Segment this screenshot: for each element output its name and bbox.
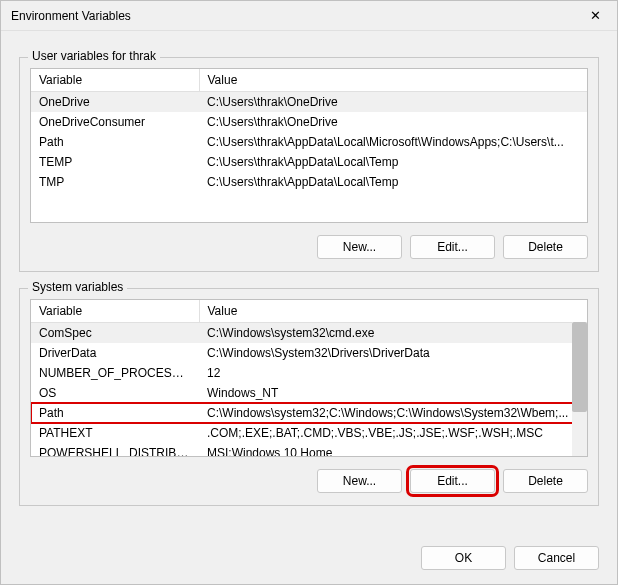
- cell-value: C:\Users\thrak\OneDrive: [199, 112, 587, 132]
- table-row[interactable]: NUMBER_OF_PROCESSORS 12: [31, 363, 587, 383]
- table-row[interactable]: OneDrive C:\Users\thrak\OneDrive: [31, 92, 587, 113]
- cell-variable: ComSpec: [31, 323, 199, 344]
- table-row[interactable]: ComSpec C:\Windows\system32\cmd.exe: [31, 323, 587, 344]
- close-icon: ✕: [590, 8, 601, 23]
- cell-value: C:\Users\thrak\AppData\Local\Temp: [199, 152, 587, 172]
- cell-variable: DriverData: [31, 343, 199, 363]
- system-variables-group: System variables Variable Value ComSpec …: [19, 288, 599, 506]
- table-row[interactable]: OS Windows_NT: [31, 383, 587, 403]
- system-col-value[interactable]: Value: [199, 300, 587, 323]
- table-row[interactable]: TEMP C:\Users\thrak\AppData\Local\Temp: [31, 152, 587, 172]
- table-row[interactable]: TMP C:\Users\thrak\AppData\Local\Temp: [31, 172, 587, 192]
- close-button[interactable]: ✕: [573, 1, 617, 31]
- system-variables-table: Variable Value ComSpec C:\Windows\system…: [31, 300, 587, 457]
- ok-button[interactable]: OK: [421, 546, 506, 570]
- system-delete-button[interactable]: Delete: [503, 469, 588, 493]
- cell-variable: OneDriveConsumer: [31, 112, 199, 132]
- cell-value: C:\Windows\system32;C:\Windows;C:\Window…: [199, 403, 587, 423]
- dialog-footer: OK Cancel: [1, 536, 617, 584]
- cell-variable: Path: [31, 403, 199, 423]
- cell-variable: PATHEXT: [31, 423, 199, 443]
- table-row[interactable]: DriverData C:\Windows\System32\Drivers\D…: [31, 343, 587, 363]
- user-col-value[interactable]: Value: [199, 69, 587, 92]
- cell-value: C:\Users\thrak\OneDrive: [199, 92, 587, 113]
- cell-value: C:\Windows\system32\cmd.exe: [199, 323, 587, 344]
- cell-variable: TEMP: [31, 152, 199, 172]
- cell-value: C:\Users\thrak\AppData\Local\Temp: [199, 172, 587, 192]
- system-button-row: New... Edit... Delete: [30, 469, 588, 493]
- user-variables-group: User variables for thrak Variable Value …: [19, 57, 599, 272]
- table-row-path-highlighted[interactable]: Path C:\Windows\system32;C:\Windows;C:\W…: [31, 403, 587, 423]
- user-variables-table-wrap[interactable]: Variable Value OneDrive C:\Users\thrak\O…: [30, 68, 588, 223]
- cell-value: C:\Users\thrak\AppData\Local\Microsoft\W…: [199, 132, 587, 152]
- user-edit-button[interactable]: Edit...: [410, 235, 495, 259]
- user-variables-table: Variable Value OneDrive C:\Users\thrak\O…: [31, 69, 587, 192]
- system-scrollbar[interactable]: [572, 322, 587, 456]
- system-variables-table-wrap[interactable]: Variable Value ComSpec C:\Windows\system…: [30, 299, 588, 457]
- user-new-button[interactable]: New...: [317, 235, 402, 259]
- cell-value: 12: [199, 363, 587, 383]
- system-edit-button[interactable]: Edit...: [410, 469, 495, 493]
- cell-variable: TMP: [31, 172, 199, 192]
- cell-value: .COM;.EXE;.BAT;.CMD;.VBS;.VBE;.JS;.JSE;.…: [199, 423, 587, 443]
- system-scrollbar-thumb[interactable]: [572, 322, 587, 412]
- user-col-variable[interactable]: Variable: [31, 69, 199, 92]
- environment-variables-dialog: Environment Variables ✕ User variables f…: [0, 0, 618, 585]
- cell-value: Windows_NT: [199, 383, 587, 403]
- system-variables-legend: System variables: [28, 280, 127, 294]
- user-delete-button[interactable]: Delete: [503, 235, 588, 259]
- table-row[interactable]: PATHEXT .COM;.EXE;.BAT;.CMD;.VBS;.VBE;.J…: [31, 423, 587, 443]
- table-row[interactable]: Path C:\Users\thrak\AppData\Local\Micros…: [31, 132, 587, 152]
- system-new-button[interactable]: New...: [317, 469, 402, 493]
- dialog-title: Environment Variables: [11, 9, 131, 23]
- cell-variable: OS: [31, 383, 199, 403]
- cancel-button[interactable]: Cancel: [514, 546, 599, 570]
- user-button-row: New... Edit... Delete: [30, 235, 588, 259]
- cell-variable: NUMBER_OF_PROCESSORS: [31, 363, 199, 383]
- cell-variable: Path: [31, 132, 199, 152]
- system-col-variable[interactable]: Variable: [31, 300, 199, 323]
- cell-value: MSI:Windows 10 Home: [199, 443, 587, 457]
- dialog-content: User variables for thrak Variable Value …: [1, 31, 617, 536]
- table-row[interactable]: OneDriveConsumer C:\Users\thrak\OneDrive: [31, 112, 587, 132]
- cell-variable: OneDrive: [31, 92, 199, 113]
- titlebar: Environment Variables ✕: [1, 1, 617, 31]
- cell-value: C:\Windows\System32\Drivers\DriverData: [199, 343, 587, 363]
- cell-variable: POWERSHELL_DISTRIBUTIO...: [31, 443, 199, 457]
- table-row[interactable]: POWERSHELL_DISTRIBUTIO... MSI:Windows 10…: [31, 443, 587, 457]
- user-variables-legend: User variables for thrak: [28, 49, 160, 63]
